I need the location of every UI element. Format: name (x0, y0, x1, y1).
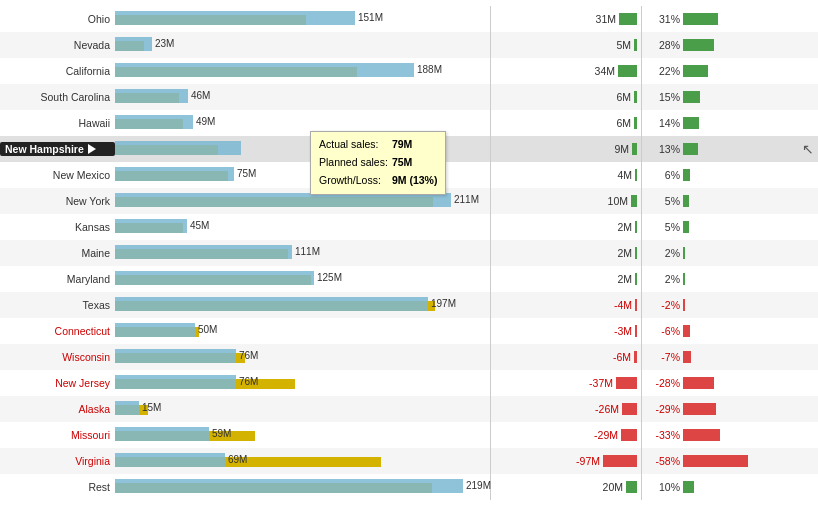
growth-pct-cell: 5% (642, 214, 818, 240)
growth-pct-bar-negative (683, 403, 716, 415)
growth-pct-bar-negative (683, 455, 748, 467)
growth-pct-cell: -7% (642, 344, 818, 370)
bar-area: 76M (115, 370, 490, 396)
growth-pct-cell: 2% (642, 266, 818, 292)
growth-m-bar-positive (635, 221, 637, 233)
bar-value-label: 151M (358, 12, 383, 23)
bar-area: 76M (115, 344, 490, 370)
row-label: Hawaii (0, 117, 115, 129)
row-label: Alaska (0, 403, 115, 415)
bar-value-label: 15M (142, 402, 161, 413)
growth-pct-value: -33% (646, 429, 680, 441)
growth-m-bar-negative (621, 429, 637, 441)
growth-pct-cell: 15% (642, 84, 818, 110)
growth-pct-value: 2% (646, 273, 680, 285)
row-label: Wisconsin (0, 351, 115, 363)
growth-pct-bar-positive (683, 221, 689, 233)
table-row: Maine111M2M2% (0, 240, 818, 266)
growth-m-cell: 31M (491, 6, 641, 32)
actual-bar (115, 37, 152, 51)
growth-m-bar-negative (616, 377, 637, 389)
growth-m-cell: 20M (491, 474, 641, 500)
growth-m-bar-positive (634, 117, 637, 129)
row-label: New Jersey (0, 377, 115, 389)
actual-bar (115, 11, 355, 25)
growth-m-value: -29M (594, 429, 618, 441)
growth-m-bar-positive (635, 247, 637, 259)
growth-pct-bar-positive (683, 195, 689, 207)
bar-value-label: 45M (190, 220, 209, 231)
table-row: Nevada23M5M28% (0, 32, 818, 58)
growth-pct-value: 5% (646, 195, 680, 207)
growth-m-value: 9M (614, 143, 629, 155)
growth-m-bar-positive (634, 39, 637, 51)
growth-pct-value: 15% (646, 91, 680, 103)
growth-m-cell: -4M (491, 292, 641, 318)
bar-value-label: 59M (212, 428, 231, 439)
row-label: Nevada (0, 39, 115, 51)
row-label: Rest (0, 481, 115, 493)
growth-pct-cell: 6% (642, 162, 818, 188)
actual-bar (115, 115, 193, 129)
actual-bar (115, 401, 139, 415)
table-row: Wisconsin76M-6M-7% (0, 344, 818, 370)
bar-area: 151M (115, 6, 490, 32)
growth-pct-cell: 13%↖ (642, 136, 818, 162)
row-label: New Hampshire (0, 142, 115, 156)
actual-bar (115, 453, 225, 467)
growth-pct-bar-negative (683, 377, 714, 389)
actual-bar (115, 63, 414, 77)
growth-m-bar-positive (619, 13, 637, 25)
growth-m-value: 2M (617, 273, 632, 285)
growth-m-cell: 9M (491, 136, 641, 162)
growth-pct-bar-positive (683, 481, 694, 493)
row-label: California (0, 65, 115, 77)
actual-bar (115, 167, 234, 181)
growth-pct-value: 13% (646, 143, 680, 155)
growth-m-bar-positive (635, 169, 637, 181)
table-row: California188M34M22% (0, 58, 818, 84)
row-label: Maryland (0, 273, 115, 285)
growth-pct-bar-positive (683, 65, 708, 77)
actual-bar (115, 375, 236, 389)
growth-m-bar-negative (634, 351, 637, 363)
growth-pct-value: 10% (646, 481, 680, 493)
table-row: Virginia69M-97M-58% (0, 448, 818, 474)
growth-m-value: 6M (616, 117, 631, 129)
row-label: Kansas (0, 221, 115, 233)
growth-pct-bar-positive (683, 143, 698, 155)
bar-value-label: 50M (198, 324, 217, 335)
growth-m-value: -37M (589, 377, 613, 389)
growth-m-cell: -97M (491, 448, 641, 474)
growth-m-cell: 4M (491, 162, 641, 188)
growth-m-cell: 34M (491, 58, 641, 84)
bar-value-label: 197M (431, 298, 456, 309)
growth-m-value: 4M (617, 169, 632, 181)
table-row: Missouri59M-29M-33% (0, 422, 818, 448)
actual-bar (115, 219, 187, 233)
growth-m-cell: 10M (491, 188, 641, 214)
actual-bar (115, 271, 314, 285)
actual-bar (115, 349, 236, 363)
bar-value-label: 125M (317, 272, 342, 283)
actual-bar (115, 297, 428, 311)
growth-m-bar-negative (603, 455, 637, 467)
row-label: Connecticut (0, 325, 115, 337)
bar-area: 111M (115, 240, 490, 266)
growth-m-value: -97M (576, 455, 600, 467)
growth-m-cell: -26M (491, 396, 641, 422)
growth-pct-value: 31% (646, 13, 680, 25)
bar-value-label: 211M (454, 194, 479, 205)
actual-bar (115, 479, 463, 493)
row-label: Texas (0, 299, 115, 311)
growth-pct-cell: 5% (642, 188, 818, 214)
actual-bar (115, 89, 188, 103)
growth-m-value: 2M (617, 247, 632, 259)
actual-bar (115, 193, 451, 207)
actual-bar (115, 141, 241, 155)
growth-pct-value: -7% (646, 351, 680, 363)
row-label: Missouri (0, 429, 115, 441)
growth-pct-value: -28% (646, 377, 680, 389)
growth-pct-cell: 31% (642, 6, 818, 32)
growth-m-bar-positive (632, 143, 637, 155)
